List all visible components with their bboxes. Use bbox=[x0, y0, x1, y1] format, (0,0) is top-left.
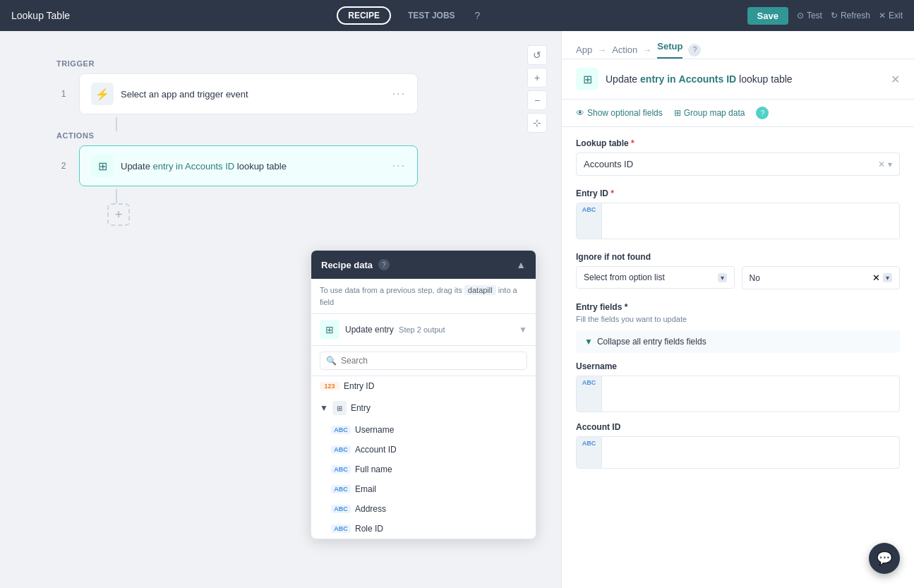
clear-lookup-table-button[interactable]: ✕ bbox=[878, 160, 885, 169]
breadcrumb-arrow-2: → bbox=[643, 45, 651, 55]
save-button[interactable]: Save bbox=[747, 7, 788, 25]
flow-area: TRIGGER 1 ⚡ Select an app and trigger ev… bbox=[14, 45, 547, 226]
canvas-tools: ↺ + − ⊹ bbox=[527, 45, 547, 133]
breadcrumb-arrow-1: → bbox=[598, 45, 606, 55]
entry-fields-group: Entry fields * Fill the fields you want … bbox=[576, 302, 900, 469]
lookup-table-label: Lookup table * bbox=[576, 138, 900, 148]
lookup-table-select[interactable]: Accounts ID ✕ ▾ bbox=[576, 152, 900, 176]
list-item[interactable]: ABC Account ID bbox=[311, 440, 536, 460]
collapse-arrow: ▼ bbox=[320, 403, 328, 413]
list-item[interactable]: ABC Email bbox=[311, 479, 536, 499]
collapse-text: Collapse all entry fields fields bbox=[597, 337, 891, 347]
abc-badge: ABC bbox=[331, 465, 351, 474]
breadcrumb-setup[interactable]: Setup bbox=[657, 41, 683, 59]
list-item[interactable]: ABC Address bbox=[311, 499, 536, 519]
entry-id-label: Entry ID * bbox=[576, 188, 900, 198]
group-map-data-link[interactable]: ⊞ Group map data bbox=[674, 108, 745, 118]
abc-type-badge-2: ABC bbox=[577, 376, 602, 412]
breadcrumb-action[interactable]: Action bbox=[612, 44, 637, 55]
breadcrumb-help-icon[interactable]: ? bbox=[688, 44, 701, 56]
refresh-button[interactable]: ↻ Refresh bbox=[831, 11, 870, 20]
ignore-label: Ignore if not found bbox=[576, 252, 900, 262]
select-from-list-field: Select from option list ▾ bbox=[576, 266, 735, 289]
list-item[interactable]: ABC Full name bbox=[311, 460, 536, 479]
exit-button[interactable]: ✕ Exit bbox=[879, 11, 903, 20]
tab-recipe[interactable]: RECIPE bbox=[337, 6, 391, 25]
trigger-node-label: Select an app and trigger event bbox=[121, 89, 385, 100]
tab-testjobs[interactable]: TEST JOBS bbox=[397, 6, 467, 25]
search-row: 🔍 bbox=[311, 346, 536, 376]
trigger-label: TRIGGER bbox=[56, 59, 547, 68]
recipe-collapse-button[interactable]: ▲ bbox=[516, 259, 526, 270]
entry-group[interactable]: ▼ ⊞ Entry bbox=[311, 396, 536, 420]
step2-row: 2 ⊞ Update entry in Accounts ID lookup t… bbox=[56, 145, 547, 186]
no-field: No ✕ ▾ bbox=[742, 266, 901, 289]
trigger-menu-icon[interactable]: ··· bbox=[392, 88, 406, 100]
entry-fields-sublabel: Fill the fields you want to update bbox=[576, 315, 900, 323]
entry-id-field: Entry ID * ABC bbox=[576, 188, 900, 239]
no-value: No bbox=[750, 273, 873, 283]
fit-button[interactable]: ⊹ bbox=[527, 113, 547, 133]
collapse-all-button[interactable]: ▼ Collapse all entry fields fields bbox=[576, 330, 900, 353]
no-select[interactable]: No ✕ ▾ bbox=[742, 266, 901, 289]
abc-badge: ABC bbox=[331, 524, 351, 533]
close-icon: ✕ bbox=[879, 11, 886, 20]
username-textarea[interactable] bbox=[602, 376, 899, 412]
clear-no-button[interactable]: ✕ bbox=[872, 272, 880, 283]
pill-caret-icon: ▾ bbox=[718, 273, 727, 282]
account-id-input-wrap: ABC bbox=[576, 436, 900, 469]
breadcrumb-nav: App → Action → Setup ? bbox=[562, 31, 914, 59]
step2-node[interactable]: ⊞ Update entry in Accounts ID lookup tab… bbox=[79, 145, 418, 186]
zoom-out-button[interactable]: − bbox=[527, 90, 547, 110]
breadcrumb-app[interactable]: App bbox=[576, 44, 592, 55]
panel-content: Lookup table * Accounts ID ✕ ▾ Entry ID … bbox=[562, 127, 914, 588]
optional-bar: 👁 Show optional fields ⊞ Group map data … bbox=[562, 100, 914, 127]
required-marker: * bbox=[631, 138, 635, 148]
entry-fields-header: Entry fields * bbox=[576, 302, 900, 312]
chat-icon: 💬 bbox=[877, 551, 892, 566]
search-input[interactable] bbox=[341, 356, 521, 366]
help-icon[interactable]: ? bbox=[475, 10, 481, 21]
no-caret-icon: ▾ bbox=[883, 273, 892, 282]
list-item[interactable]: ABC Username bbox=[311, 420, 536, 440]
address-label: Address bbox=[355, 504, 386, 514]
recipe-panel: Recipe data ? ▲ To use data from a previ… bbox=[311, 250, 536, 539]
list-item[interactable]: ABC Role ID bbox=[311, 519, 536, 539]
table-icon: ⊞ bbox=[91, 155, 114, 177]
recipe-help-icon[interactable]: ? bbox=[378, 259, 390, 270]
recipe-panel-header: Recipe data ? ▲ bbox=[311, 251, 536, 279]
main-layout: ↺ + − ⊹ TRIGGER 1 ⚡ Select an app and tr… bbox=[0, 31, 914, 588]
panel-header: ⊞ Update entry in Accounts ID lookup tab… bbox=[562, 59, 914, 100]
grid-icon: ⊞ bbox=[674, 108, 681, 118]
update-entry-row[interactable]: ⊞ Update entry Step 2 output ▼ bbox=[311, 314, 536, 346]
select-from-list-select[interactable]: Select from option list ▾ bbox=[576, 266, 735, 289]
recipe-description: To use data from a previous step, drag i… bbox=[311, 279, 536, 314]
add-step-button[interactable]: + bbox=[107, 203, 130, 226]
required-marker: * bbox=[611, 188, 614, 198]
zoom-in-button[interactable]: + bbox=[527, 68, 547, 88]
email-label: Email bbox=[355, 484, 376, 494]
step2-menu-icon[interactable]: ··· bbox=[392, 160, 406, 172]
step2-number: 2 bbox=[56, 161, 71, 171]
account-id-label: Account ID bbox=[355, 445, 397, 455]
abc-badge: ABC bbox=[331, 485, 351, 493]
datapill-label: datapill bbox=[464, 285, 496, 295]
show-optional-fields-link[interactable]: 👁 Show optional fields bbox=[576, 108, 663, 118]
num-badge: 123 bbox=[320, 382, 339, 390]
username-entry-field: Username ABC bbox=[576, 361, 900, 412]
entry-highlight: entry in bbox=[640, 73, 676, 85]
entry-id-textarea[interactable] bbox=[602, 203, 899, 239]
test-button[interactable]: ⊙ Test bbox=[797, 11, 822, 20]
search-box: 🔍 bbox=[320, 352, 527, 370]
ignore-if-not-found-field: Ignore if not found Select from option l… bbox=[576, 252, 900, 289]
list-item[interactable]: 123 Entry ID bbox=[311, 376, 536, 396]
trigger-node[interactable]: ⚡ Select an app and trigger event ··· bbox=[79, 73, 418, 114]
step1-row: 1 ⚡ Select an app and trigger event ··· bbox=[56, 73, 547, 114]
close-panel-button[interactable]: ✕ bbox=[891, 73, 900, 86]
optional-help-icon[interactable]: ? bbox=[756, 107, 769, 119]
step1-number: 1 bbox=[56, 89, 71, 99]
refresh-canvas-button[interactable]: ↺ bbox=[527, 45, 547, 65]
nav-actions: Save ⊙ Test ↻ Refresh ✕ Exit bbox=[747, 7, 903, 25]
account-id-textarea[interactable] bbox=[602, 437, 899, 468]
chat-button[interactable]: 💬 bbox=[869, 543, 900, 574]
